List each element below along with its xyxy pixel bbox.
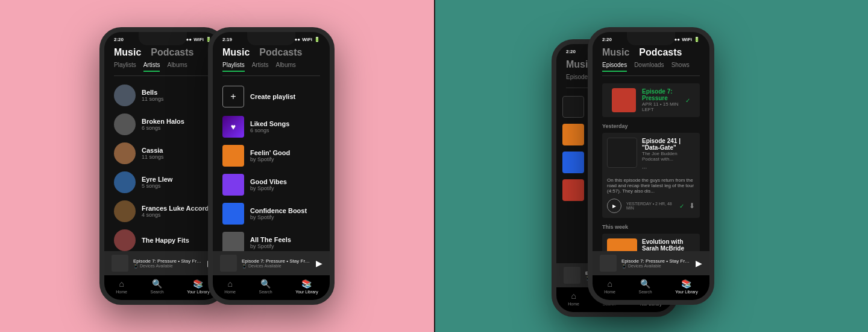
play-icon[interactable]: ▶ [696,258,702,268]
list-item[interactable]: Broken Halos 6 songs [104,110,221,139]
library-icon: 📚 [681,279,691,289]
home-icon: ⌂ [227,279,232,289]
library-icon: 📚 [193,279,203,289]
bottom-nav: ⌂ Home 🔍 Search 📚 Your Library [104,275,221,300]
create-playlist-item[interactable]: + Create playlist [213,81,330,112]
status-icons: ●●●WiFi🔋 [671,37,700,42]
list-item[interactable]: Eyre Llew 5 songs [104,168,221,197]
tab-downloads[interactable]: Downloads [634,62,664,72]
nav-search[interactable]: 🔍 Search [259,279,272,294]
artist-songs: 11 songs [142,154,212,160]
mini-player-title: Episode 7: Pressure • Stay Free: The Sto… [621,258,691,264]
list-item[interactable]: Confidence Boost by Spotify [213,199,330,228]
tab-podcasts[interactable]: Podcasts [259,47,302,58]
mini-player[interactable]: Episode 7: Pressure • Stay Free: The Sto… [213,251,330,275]
tab-header: Music Podcasts Episodes Downloads Shows [593,45,709,76]
status-time: 2:20 [566,49,576,54]
nav-home-label: Home [604,290,615,294]
playlist-name: Liked Songs [250,120,320,127]
artist-thumb [114,229,136,251]
list-item[interactable]: Cassia 11 songs [104,139,221,168]
tab-podcasts[interactable]: Podcasts [151,47,193,58]
artist-songs: 4 songs [142,212,212,218]
home-icon: ⌂ [571,291,576,301]
nav-home[interactable]: ⌂ Home [224,279,236,294]
mini-player-thumb [220,255,237,272]
tab-playlists[interactable]: Playlists [222,62,245,72]
artist-songs: 6 songs [142,125,212,131]
playlist-thumb [222,232,244,251]
nav-library[interactable]: 📚 Your Library [675,279,698,294]
artist-name: The Happy Fits [142,237,212,244]
playlist-sub: by Spotify [250,156,320,162]
mini-player-devices: 📱 Devices Available [621,264,691,269]
featured-title: Episode 7: Pressure [642,88,679,101]
list-item[interactable]: Frances Luke Accord 4 songs [104,197,221,226]
status-icons: ●●●WiFi🔋 [292,37,320,42]
tab-artists[interactable]: Artists [143,62,160,72]
artist-songs: 5 songs [142,183,212,189]
section-thisweek: This week [593,220,709,231]
playlist-sub: 6 songs [250,127,320,133]
episode-play-button[interactable]: ▶ [607,199,621,213]
nav-search[interactable]: 🔍 Search [638,279,652,294]
tab-music[interactable]: Music [114,47,141,58]
list-item[interactable]: All The Feels by Spotify [213,228,330,251]
artist-name: Eyre Llew [142,176,212,183]
mini-player-devices: 📱 Devices Available [242,264,311,269]
playlist-name: Feelin' Good [250,149,320,156]
nav-library[interactable]: 📚 Your Library [295,279,318,294]
episode-card: Episode 241 | "Data-Gate" The Joe Budden… [602,133,700,218]
show-thumb [562,179,584,201]
list-item[interactable]: Bells 11 songs [104,81,221,110]
nav-library-label: Your Library [187,290,210,294]
tab-header: Music Podcasts Playlists Artists Albums [104,45,221,76]
bottom-nav: ⌂ Home 🔍 Search 📚 Your Library [593,275,709,300]
list-item-liked-songs[interactable]: ♥ Liked Songs 6 songs [213,112,330,141]
nav-home[interactable]: ⌂ Home [116,279,127,294]
mini-player[interactable]: Episode 7: Pressure • Stay Free: The Sto… [104,251,221,275]
artists-list: Bells 11 songs Broken Halos 6 songs [104,76,221,251]
artist-name: Frances Luke Accord [142,205,212,212]
bottom-nav: ⌂ Home 🔍 Search 📚 Your Library [213,275,330,300]
mini-player-devices: 📱 Devices Available [133,264,203,269]
featured-thumb [612,88,636,112]
nav-home[interactable]: ⌂ Home [568,291,579,306]
download-icon[interactable]: ⬇ [689,202,695,210]
playlist-sub: by Spotify [250,185,320,191]
play-icon[interactable]: ▶ [316,258,322,268]
tab-music[interactable]: Music [602,47,629,58]
tab-episodes[interactable]: Episodes [602,62,627,72]
nav-home[interactable]: ⌂ Home [604,279,615,294]
nav-library[interactable]: 📚 Your Library [187,279,210,294]
artist-thumb [114,171,136,193]
playlist-name: Confidence Boost [250,207,320,214]
library-icon: 📚 [301,279,312,289]
liked-songs-thumb: ♥ [222,116,244,138]
featured-episode[interactable]: Episode 7: Pressure APR 11 • 15 MIN LEFT… [602,83,700,117]
search-icon: 🔍 [640,279,650,289]
teal-background: 2:20 ●●●WiFi🔋 Music Podcasts Episodes Do… [434,0,868,332]
tab-albums[interactable]: Albums [275,62,295,72]
list-item[interactable]: The Happy Fits [104,226,221,251]
status-time: 2:20 [114,37,124,42]
tab-artists[interactable]: Artists [252,62,269,72]
tab-shows[interactable]: Shows [671,62,690,72]
show-thumb [562,96,584,118]
tab-albums[interactable]: Albums [167,62,187,72]
list-item[interactable]: Good Vibes by Spotify [213,170,330,199]
nav-search[interactable]: 🔍 Search [150,279,163,294]
more-icon[interactable]: ··· [642,165,647,171]
tab-playlists[interactable]: Playlists [114,62,136,72]
nav-search-label: Search [150,290,163,294]
list-item[interactable]: Feelin' Good by Spotify [213,141,330,170]
mini-player[interactable]: Episode 7: Pressure • Stay Free: The Sto… [593,251,709,275]
divider [434,0,435,332]
status-time: 2:19 [222,37,232,42]
tab-music[interactable]: Music [222,47,250,58]
phone-episodes: 2:20 ●●●WiFi🔋 Music Podcasts Episodes Do… [588,27,714,305]
playlist-name: Good Vibes [250,178,320,185]
tab-episodes[interactable]: Episodes [566,74,591,84]
plus-icon: + [222,86,244,107]
tab-podcasts[interactable]: Podcasts [639,47,682,58]
